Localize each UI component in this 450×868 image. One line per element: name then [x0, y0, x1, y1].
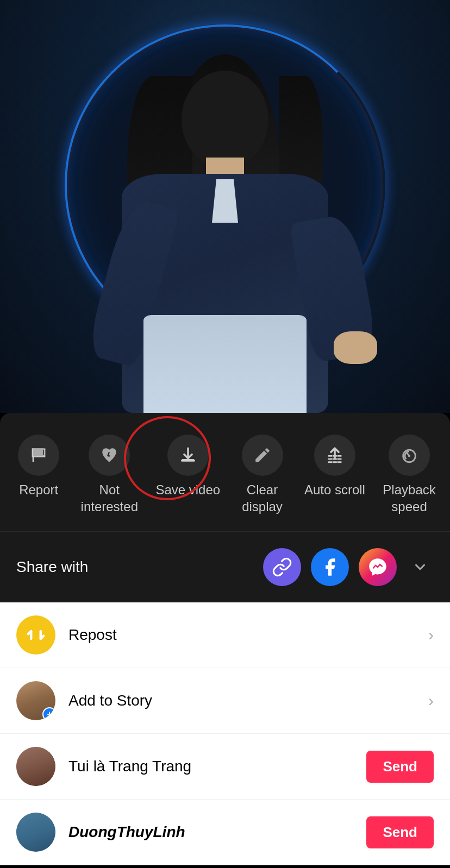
share-row: Share with	[0, 532, 450, 602]
save-video-button[interactable]	[167, 435, 209, 476]
svg-rect-2	[182, 459, 194, 461]
action-item-playback-speed[interactable]: Playbackspeed	[383, 435, 435, 515]
share-expand-button[interactable]	[407, 553, 434, 581]
link-icon	[272, 557, 292, 577]
bottom-sheet: Report Notinterested Save	[0, 413, 450, 602]
repost-name: Repost	[68, 626, 117, 643]
save-video-label: Save video	[155, 481, 220, 498]
auto-scroll-icon	[326, 446, 344, 464]
repost-chevron-icon: ›	[428, 626, 434, 644]
share-icons	[263, 548, 434, 586]
trang-trang-send-button[interactable]: Send	[366, 751, 434, 783]
auto-scroll-label: Auto scroll	[304, 481, 365, 498]
clear-display-label: Cleardisplay	[242, 481, 283, 515]
share-link-button[interactable]	[263, 548, 301, 586]
add-to-story-chevron-icon: ›	[428, 691, 434, 710]
duong-thuy-linh-avatar	[16, 813, 55, 852]
duong-thuy-linh-text: DuongThuyLinh	[68, 823, 353, 841]
not-interested-label: Notinterested	[81, 481, 138, 515]
clear-display-button[interactable]	[242, 435, 283, 476]
auto-scroll-button[interactable]	[314, 435, 355, 476]
facebook-icon	[320, 557, 340, 577]
report-label: Report	[19, 481, 58, 498]
trang-trang-name: Tui là Trang Trang	[68, 758, 191, 775]
share-with-label: Share with	[16, 558, 252, 576]
playback-speed-button[interactable]	[389, 435, 430, 476]
person-silhouette	[0, 0, 450, 413]
duong-thuy-linh-send-button[interactable]: Send	[366, 816, 434, 848]
playback-speed-label: Playbackspeed	[383, 481, 435, 515]
list-item-add-to-story[interactable]: + Add to Story ›	[0, 668, 450, 734]
repost-avatar	[16, 615, 55, 655]
list-item-trang-trang[interactable]: Tui là Trang Trang Send	[0, 734, 450, 800]
action-item-save-video[interactable]: Save video	[155, 435, 220, 498]
add-to-story-name: Add to Story	[68, 692, 152, 709]
trang-trang-avatar	[16, 747, 55, 786]
repost-icon	[24, 624, 47, 646]
speedometer-icon	[400, 446, 418, 464]
edit-icon	[253, 446, 272, 464]
action-item-auto-scroll[interactable]: Auto scroll	[304, 435, 365, 498]
share-facebook-button[interactable]	[311, 548, 349, 586]
heart-break-icon	[100, 446, 118, 464]
svg-point-4	[408, 455, 410, 457]
trang-trang-text: Tui là Trang Trang	[68, 758, 353, 775]
repost-text: Repost	[68, 626, 415, 644]
download-icon	[179, 446, 197, 464]
actions-row: Report Notinterested Save	[0, 424, 450, 532]
story-add-badge: +	[42, 707, 55, 720]
share-messenger-button[interactable]	[359, 548, 397, 586]
duong-thuy-linh-name: DuongThuyLinh	[68, 823, 185, 840]
list-item-repost[interactable]: Repost ›	[0, 602, 450, 668]
chevron-down-icon	[412, 559, 428, 575]
story-avatar: +	[16, 681, 55, 720]
list-section: Repost › + Add to Story › Tui là Trang T…	[0, 602, 450, 865]
action-item-clear-display[interactable]: Cleardisplay	[238, 435, 287, 515]
messenger-icon	[367, 557, 388, 577]
add-to-story-text: Add to Story	[68, 692, 415, 709]
not-interested-button[interactable]	[89, 435, 130, 476]
action-item-report[interactable]: Report	[14, 435, 63, 498]
list-item-duong-thuy-linh[interactable]: DuongThuyLinh Send	[0, 800, 450, 865]
action-item-not-interested[interactable]: Notinterested	[81, 435, 138, 515]
flag-icon	[29, 446, 48, 464]
report-button[interactable]	[18, 435, 59, 476]
video-section[interactable]	[0, 0, 450, 413]
